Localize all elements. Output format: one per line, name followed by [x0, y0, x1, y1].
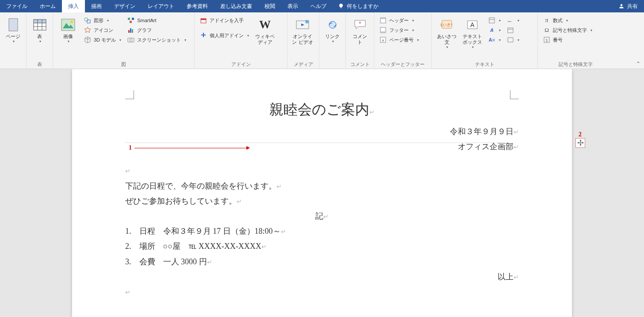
- collapse-ribbon-button[interactable]: ⌃: [636, 61, 640, 67]
- shapes-button[interactable]: 図形: [82, 16, 123, 25]
- svg-rect-7: [34, 19, 46, 23]
- quickparts-icon: [488, 17, 495, 24]
- get-addins-button[interactable]: アドインを入手: [198, 16, 251, 25]
- number-button[interactable]: 1 番号: [541, 35, 594, 44]
- smartart-button[interactable]: SmartArt: [126, 16, 188, 25]
- datetime-button[interactable]: [505, 26, 521, 35]
- lightbulb-icon: [338, 3, 344, 9]
- pi-icon: π: [543, 17, 550, 24]
- footer-icon: [380, 27, 387, 34]
- cube-icon: [84, 36, 91, 43]
- greeting-button[interactable]: あいさつ あいさつ文: [435, 16, 458, 51]
- svg-marker-24: [301, 23, 304, 26]
- share-button[interactable]: 共有: [612, 3, 644, 10]
- share-icon: [618, 3, 625, 9]
- svg-rect-1: [9, 19, 18, 31]
- 3d-models-button[interactable]: 3D モデル: [82, 35, 123, 44]
- insertion-guide: [125, 143, 510, 143]
- textbox-icon: A: [465, 18, 479, 32]
- margin-mark-tr: [510, 90, 519, 99]
- annotation-2: 2: [579, 131, 582, 138]
- wikipedia-button[interactable]: W ウィキペディア: [253, 16, 276, 47]
- online-video-button[interactable]: オンライン ビデオ: [291, 16, 314, 47]
- svg-rect-22: [201, 19, 206, 20]
- tab-design[interactable]: デザイン: [108, 0, 142, 12]
- document-workspace[interactable]: 親睦会のご案内↵ 1 2 ✢ 令和３年９月９日↵ オフィス企画部↵ ↵ 下記の日…: [0, 69, 644, 317]
- icons-button[interactable]: アイコン: [82, 26, 123, 35]
- chart-icon: [127, 27, 134, 34]
- comment-button[interactable]: + コメント: [349, 16, 370, 47]
- share-label: 共有: [627, 3, 638, 10]
- svg-rect-8: [61, 19, 75, 31]
- tell-me-search[interactable]: 何をしますか: [333, 3, 384, 10]
- svg-rect-17: [130, 28, 131, 33]
- tab-insert[interactable]: 挿入: [62, 0, 85, 12]
- greeting-icon: あいさつ: [440, 18, 454, 32]
- svg-rect-18: [132, 29, 133, 33]
- header-icon: [380, 17, 387, 24]
- tab-mailings[interactable]: 差し込み文書: [214, 0, 258, 12]
- svg-point-11: [84, 18, 88, 21]
- svg-point-26: [329, 21, 336, 28]
- datetime-icon: [507, 27, 514, 34]
- tab-help[interactable]: ヘルプ: [304, 0, 333, 12]
- symbol-button[interactable]: Ω 記号と特殊文字: [541, 26, 594, 35]
- tab-references[interactable]: 参考資料: [180, 0, 214, 12]
- screenshot-button[interactable]: スクリーンショット: [126, 35, 188, 44]
- tab-home[interactable]: ホーム: [34, 0, 62, 12]
- table-icon: [33, 18, 47, 32]
- tab-review[interactable]: 校閲: [258, 0, 281, 12]
- dropcap-button[interactable]: A≡: [487, 35, 502, 44]
- wordart-button[interactable]: A: [487, 26, 502, 35]
- textbox-button[interactable]: A テキスト ボックス: [461, 16, 484, 51]
- tell-me-label: 何をしますか: [347, 3, 379, 10]
- object-button[interactable]: [505, 35, 521, 44]
- signature-button[interactable]: [505, 16, 521, 25]
- table-button[interactable]: 表: [30, 16, 49, 45]
- group-links: リンク: [319, 12, 346, 69]
- pagenum-icon: #: [380, 36, 387, 43]
- link-icon: [326, 18, 340, 32]
- video-icon: [295, 18, 310, 32]
- tab-layout[interactable]: レイアウト: [142, 0, 180, 12]
- group-symbols: π 数式 Ω 記号と特殊文字 1 番号 記号と特殊文字: [538, 12, 613, 69]
- svg-point-20: [130, 39, 132, 42]
- svg-rect-15: [130, 21, 132, 23]
- icons-icon: [84, 27, 91, 34]
- svg-rect-29: [380, 18, 386, 19]
- shapes-icon: [84, 17, 91, 24]
- wordart-icon: A: [488, 27, 495, 34]
- pages-button[interactable]: ページ: [4, 16, 23, 45]
- my-addins-button[interactable]: 個人用アドイン: [198, 31, 251, 40]
- chart-button[interactable]: グラフ: [126, 26, 188, 35]
- document-body: ↵ 下記の日程で、今年の親睦会を行います。↵ ぜひご参加お待ちしています。↵ 記…: [125, 163, 519, 299]
- camera-icon: [127, 36, 134, 43]
- svg-point-25: [305, 20, 309, 23]
- smartart-icon: [127, 17, 134, 24]
- footer-button[interactable]: フッター: [378, 26, 421, 35]
- tab-view[interactable]: 表示: [281, 0, 304, 12]
- svg-rect-40: [508, 28, 513, 33]
- tab-file[interactable]: ファイル: [0, 0, 34, 12]
- table-anchor-handle[interactable]: ✢: [575, 138, 585, 148]
- store-icon: [200, 17, 207, 24]
- quickparts-button[interactable]: [487, 16, 502, 25]
- margin-mark-tl: [125, 90, 134, 99]
- group-media: オンライン ビデオ メディア: [288, 12, 319, 69]
- list-item: 3. 会費 一人 3000 円↵: [125, 254, 519, 269]
- pictures-button[interactable]: 画像: [57, 16, 80, 45]
- svg-rect-13: [128, 18, 130, 20]
- page-number-button[interactable]: # ページ番号: [378, 35, 421, 44]
- tab-draw[interactable]: 描画: [85, 0, 108, 12]
- document-page[interactable]: 親睦会のご案内↵ 1 2 ✢ 令和３年９月９日↵ オフィス企画部↵ ↵ 下記の日…: [72, 69, 572, 317]
- equation-button[interactable]: π 数式: [541, 16, 594, 25]
- header-button[interactable]: ヘッダー: [378, 16, 421, 25]
- list-item: 2. 場所 ○○屋 ℡ XXXX-XX-XXXX↵: [125, 239, 519, 254]
- dropcap-icon: A≡: [488, 36, 495, 43]
- object-icon: [507, 36, 514, 43]
- group-header-footer: ヘッダー フッター # ページ番号 ヘッダーとフッター: [374, 12, 432, 69]
- annotation-1: 1: [129, 144, 249, 151]
- link-button[interactable]: リンク: [323, 16, 342, 45]
- svg-text:+: +: [359, 20, 361, 25]
- group-illustrations: 画像 図形 アイコン 3D モデル SmartAr: [53, 12, 195, 69]
